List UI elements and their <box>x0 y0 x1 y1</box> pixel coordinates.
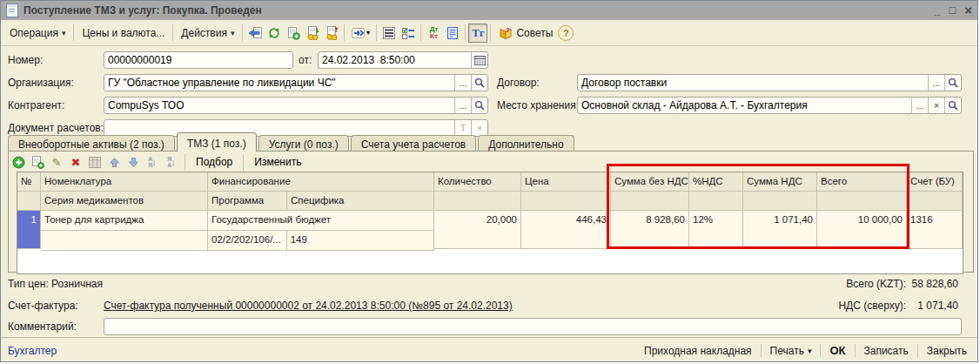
col-specifics[interactable]: Специфика <box>287 192 434 211</box>
tab-tmz[interactable]: ТМЗ (1 поз.) <box>177 132 257 152</box>
refresh-icon[interactable] <box>265 24 284 43</box>
series-cell[interactable] <box>41 230 207 249</box>
ok-button[interactable]: ОК <box>826 341 849 360</box>
dt-kt-icon[interactable]: ДтКт <box>424 24 443 43</box>
contractor-input[interactable] <box>104 98 454 113</box>
move-up-icon[interactable] <box>105 153 123 171</box>
help-circle-icon[interactable]: ? <box>558 25 574 41</box>
copy-doc-icon[interactable] <box>284 24 303 43</box>
magnifier-icon[interactable] <box>471 98 487 113</box>
receipt-note-button[interactable]: Приходная накладная <box>641 342 755 360</box>
sort-descending-icon[interactable]: ЯА↓ <box>163 153 180 171</box>
advice-book-icon: ? <box>499 26 513 40</box>
col-series[interactable]: Серия медикаментов <box>41 192 208 211</box>
advice-button[interactable]: ? Советы <box>493 24 558 43</box>
pick-button[interactable]: Подбор <box>190 154 238 170</box>
move-down-icon[interactable] <box>124 153 142 171</box>
user-role-text: Бухгалтер <box>8 345 57 357</box>
program-cell[interactable]: 02/2/202/106/... <box>208 231 287 250</box>
document-icon <box>6 3 18 17</box>
calendar-icon[interactable] <box>471 52 487 68</box>
choose-button[interactable]: ... <box>454 75 471 91</box>
col-price[interactable]: Цена <box>521 172 611 192</box>
date-input[interactable] <box>319 52 471 68</box>
organization-input[interactable] <box>104 75 454 91</box>
table-empty-area[interactable] <box>17 251 963 274</box>
table-row[interactable]: 1 Тонер для картриджа Государственный бю… <box>17 211 963 251</box>
choose-button[interactable]: ... <box>928 75 944 91</box>
nomenclature-cell[interactable]: Тонер для картриджа <box>41 211 207 230</box>
reread-doc-icon[interactable] <box>245 24 265 43</box>
minimize-button[interactable]: _ <box>934 3 940 18</box>
tab-additional[interactable]: Дополнительно <box>478 135 574 152</box>
copy-row-icon[interactable] <box>29 153 46 171</box>
tab-settlement-accounts[interactable]: Счета учета расчетов <box>351 135 476 152</box>
account-cell[interactable]: 1316 <box>907 211 963 249</box>
price-cell[interactable]: 446,43 <box>521 211 611 249</box>
add-row-icon[interactable] <box>10 153 27 171</box>
col-nomenclature[interactable]: Номенклатура <box>41 172 208 192</box>
col-vat-pct[interactable]: %НДС <box>689 172 743 192</box>
prices-currency-button[interactable]: Цены и валюта... <box>77 24 170 42</box>
subordination-icon[interactable] <box>443 24 462 43</box>
contract-label: Договор: <box>497 74 540 91</box>
goto-related-icon[interactable]: ▾ <box>347 24 373 43</box>
magnifier-icon[interactable] <box>944 75 961 91</box>
organization-field: ... <box>104 74 488 91</box>
col-quantity[interactable]: Количество <box>434 172 521 192</box>
maximize-button[interactable]: □ <box>949 3 956 18</box>
number-input[interactable] <box>104 52 292 68</box>
quantity-cell[interactable]: 20,000 <box>434 211 521 249</box>
operation-menu-button[interactable]: Операция▾ <box>4 24 70 42</box>
warehouse-field: ... × <box>577 97 962 114</box>
col-sum-no-vat[interactable]: Сумма без НДС <box>611 172 689 192</box>
magnifier-icon[interactable] <box>471 75 487 91</box>
close-button[interactable]: Закрыть <box>923 342 970 360</box>
rows-list-icon[interactable] <box>379 24 399 43</box>
sum-no-vat-cell[interactable]: 8 928,60 <box>611 211 689 249</box>
statusbar-separator <box>820 344 821 357</box>
change-button[interactable]: Изменить <box>248 154 307 170</box>
list-settings-icon[interactable] <box>399 24 418 43</box>
sort-ascending-icon[interactable]: АЯ↓ <box>144 153 161 171</box>
vat-pct-cell[interactable]: 12% <box>689 211 743 249</box>
toolbar-separator <box>242 24 243 41</box>
comment-input[interactable] <box>104 319 961 334</box>
edit-row-icon[interactable]: ✎ <box>48 153 65 171</box>
advice-label: Советы <box>516 27 553 39</box>
col-vat-sum[interactable]: Сумма НДС <box>743 172 817 192</box>
grid-toolbar: ✎ ✖ АЯ↓ ЯА↓ Подбор Изменить <box>10 152 307 172</box>
tab-services[interactable]: Услуги (0 поз.) <box>258 135 349 152</box>
actions-menu-button[interactable]: Действия▾ <box>176 24 239 42</box>
row-number-cell[interactable]: 1 <box>17 211 41 249</box>
col-program[interactable]: Программа <box>208 192 287 211</box>
financing-cell[interactable]: Государственный бюджет <box>208 211 433 230</box>
specifics-cell[interactable]: 149 <box>287 231 433 250</box>
end-edit-icon[interactable] <box>86 153 104 171</box>
invoice-link[interactable]: Счет-фактура полученный 00000000002 от 2… <box>104 300 513 312</box>
vat-sum-cell[interactable]: 1 071,40 <box>743 211 817 249</box>
delete-row-icon[interactable]: ✖ <box>67 153 84 171</box>
col-total[interactable]: Всего <box>817 172 907 192</box>
tab-noncurrent-assets[interactable]: Внеоборотные активы (2 поз.) <box>8 135 175 152</box>
save-button[interactable]: Записать <box>861 342 912 360</box>
magnifier-icon[interactable] <box>944 98 961 113</box>
col-financing[interactable]: Финансирование <box>208 172 434 192</box>
choose-button[interactable]: ... <box>454 98 471 113</box>
toolbar-separator <box>344 24 345 41</box>
post-doc-icon[interactable] <box>303 24 322 43</box>
warehouse-input[interactable] <box>578 98 911 113</box>
print-button[interactable]: Печать▾ <box>767 342 816 360</box>
contract-input[interactable] <box>578 75 928 91</box>
col-num[interactable]: № <box>17 172 41 192</box>
close-icon[interactable]: × <box>964 3 972 18</box>
col-account[interactable]: Счет (БУ) <box>907 172 963 192</box>
toolbar-separator <box>172 24 173 41</box>
tab-strip: Внеоборотные активы (2 поз.) ТМЗ (1 поз.… <box>8 131 574 152</box>
clear-button[interactable]: × <box>928 98 944 113</box>
price-type-text: Тип цен: Розничная <box>8 278 103 290</box>
unpost-doc-icon[interactable] <box>322 24 341 43</box>
total-cell[interactable]: 10 000,00 <box>817 211 907 249</box>
choose-button[interactable]: ... <box>911 98 928 113</box>
tt-highlight-icon[interactable]: Тг <box>468 24 487 43</box>
